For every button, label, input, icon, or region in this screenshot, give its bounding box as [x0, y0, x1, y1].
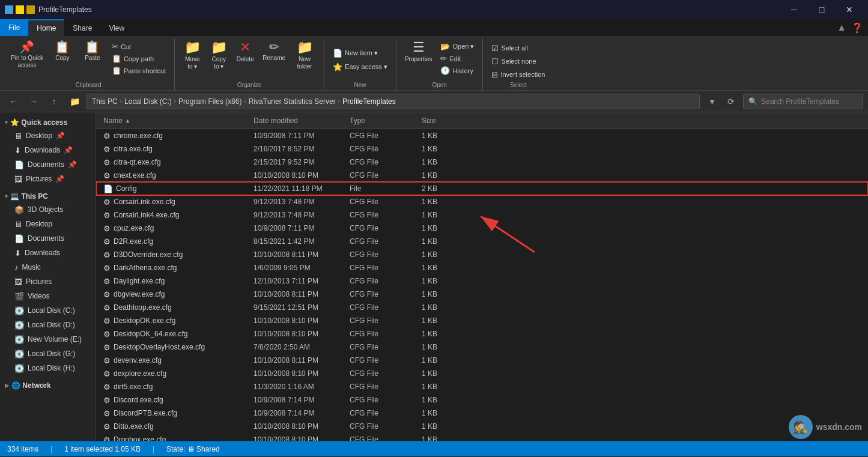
sidebar-item-pictures-pc[interactable]: 🖼 Pictures — [0, 274, 96, 289]
table-row[interactable]: ⚙ D3DOverrider.exe.cfg 10/10/2008 8:11 P… — [96, 248, 868, 261]
minimize-button[interactable]: ─ — [780, 0, 808, 19]
close-button[interactable]: ✕ — [836, 0, 863, 19]
table-row[interactable]: ⚙ Deathloop.exe.cfg 9/15/2021 12:51 PM C… — [96, 301, 868, 314]
col-header-type[interactable]: Type — [345, 112, 417, 129]
sidebar-item-localdisk-g[interactable]: 💽 Local Disk (G:) — [0, 347, 96, 361]
sidebar-item-documents-pc[interactable]: 📄 Documents — [0, 231, 96, 246]
sidebar-item-documents-quick[interactable]: 📄 Documents 📌 — [0, 157, 96, 172]
table-row[interactable]: ⚙ dirt5.exe.cfg 11/3/2020 1:16 AM CFG Fi… — [96, 380, 868, 393]
table-row[interactable]: ⚙ D2R.exe.cfg 8/15/2021 1:42 PM CFG File… — [96, 235, 868, 248]
forward-button[interactable]: → — [25, 94, 42, 109]
easy-access-icon: ⭐ — [333, 62, 342, 71]
open-button[interactable]: 📂 Open ▾ — [437, 41, 478, 52]
tab-file[interactable]: File — [0, 19, 28, 36]
history-button[interactable]: 🕐 History — [437, 65, 478, 76]
cut-button[interactable]: ✂ Cut — [108, 41, 169, 52]
sidebar-item-3dobjects[interactable]: 📦 3D Objects — [0, 202, 96, 217]
edit-button[interactable]: ✏ Edit — [437, 53, 478, 64]
clipboard-label: Clipboard — [76, 82, 102, 90]
help-icon[interactable]: ❓ — [851, 22, 863, 34]
sidebar-item-volume-e[interactable]: 💽 New Volume (E:) — [0, 332, 96, 347]
file-size-cell: 1 KB — [417, 383, 465, 391]
desktop-icon: 🖥 — [14, 132, 22, 141]
select-none-button[interactable]: ☐ Select none — [488, 56, 539, 67]
table-row[interactable]: 📄 Config 11/22/2021 11:18 PM File 2 KB — [96, 182, 868, 195]
documents2-icon: 📄 — [14, 234, 24, 243]
folder-icon-button[interactable]: 📁 — [66, 94, 83, 109]
col-header-date[interactable]: Date modified — [249, 112, 345, 129]
file-date-cell: 9/15/2021 12:51 PM — [249, 303, 345, 312]
col-header-size[interactable]: Size — [417, 112, 465, 129]
quick-access-header[interactable]: ▾ ⭐ Quick access — [0, 115, 96, 129]
sidebar-item-localdisk-c[interactable]: 💽 Local Disk (C:) — [0, 303, 96, 318]
address-path[interactable]: This PC › Local Disk (C:) › Program File… — [86, 94, 700, 109]
edit-icon: ✏ — [440, 54, 447, 63]
table-row[interactable]: ⚙ DesktopOK_64.exe.cfg 10/10/2008 8:10 P… — [96, 327, 868, 340]
sidebar-item-desktop-quick[interactable]: 🖥 Desktop 📌 — [0, 129, 96, 143]
table-row[interactable]: ⚙ DarkAthena.exe.cfg 1/6/2009 9:05 PM CF… — [96, 261, 868, 274]
paste-button[interactable]: 📋 Paste — [78, 38, 107, 64]
ribbon-collapse[interactable]: ▲ — [837, 22, 846, 33]
tab-view[interactable]: View — [100, 19, 133, 36]
table-row[interactable]: ⚙ citra.exe.cfg 2/16/2017 8:52 PM CFG Fi… — [96, 142, 868, 156]
drop-path-button[interactable]: ▾ — [703, 94, 720, 109]
table-row[interactable]: ⚙ Ditto.exe.cfg 10/10/2008 8:10 PM CFG F… — [96, 420, 868, 433]
copy-path-button[interactable]: 📋 Copy path — [108, 53, 169, 64]
sidebar-item-localdisk-d[interactable]: 💽 Local Disk (D:) — [0, 318, 96, 332]
tab-home[interactable]: Home — [28, 19, 64, 36]
desktop2-icon: 🖥 — [14, 220, 22, 229]
sidebar-item-downloads-pc[interactable]: ⬇ Downloads — [0, 246, 96, 260]
file-list[interactable]: ⚙ chrome.exe.cfg 10/9/2008 7:11 PM CFG F… — [96, 129, 868, 441]
table-row[interactable]: ⚙ DesktopOK.exe.cfg 10/10/2008 8:10 PM C… — [96, 314, 868, 327]
properties-button[interactable]: ☰ Properties — [401, 38, 436, 65]
invert-selection-button[interactable]: ⊟ Invert selection — [488, 69, 548, 80]
table-row[interactable]: ⚙ DiscordPTB.exe.cfg 10/9/2008 7:14 PM C… — [96, 407, 868, 420]
tab-share[interactable]: Share — [64, 19, 100, 36]
sidebar-item-desktop-pc[interactable]: 🖥 Desktop — [0, 217, 96, 231]
refresh-button[interactable]: ⟳ — [723, 94, 739, 109]
maximize-button[interactable]: □ — [808, 0, 836, 19]
table-row[interactable]: ⚙ chrome.exe.cfg 10/9/2008 7:11 PM CFG F… — [96, 129, 868, 142]
rename-button[interactable]: ✏ Rename — [259, 38, 289, 64]
thispc-header[interactable]: ▾ 💻 This PC — [0, 189, 96, 202]
table-row[interactable]: ⚙ citra-qt.exe.cfg 2/15/2017 9:52 PM CFG… — [96, 156, 868, 169]
table-row[interactable]: ⚙ devenv.exe.cfg 10/10/2008 8:11 PM CFG … — [96, 354, 868, 367]
copy-button[interactable]: 📋 Copy — [48, 38, 77, 64]
table-row[interactable]: ⚙ dbgview.exe.cfg 10/10/2008 8:11 PM CFG… — [96, 288, 868, 301]
pin-quickaccess-button[interactable]: 📌 Pin to Quickaccess — [7, 38, 47, 71]
sidebar-item-music[interactable]: ♪ Music — [0, 260, 96, 274]
table-row[interactable]: ⚙ cnext.exe.cfg 10/10/2008 8:10 PM CFG F… — [96, 169, 868, 182]
sidebar-item-localdisk-h[interactable]: 💽 Local Disk (H:) — [0, 361, 96, 375]
sidebar-item-pictures-quick[interactable]: 🖼 Pictures 📌 — [0, 172, 96, 186]
table-row[interactable]: ⚙ DesktopOverlayHost.exe.cfg 7/8/2020 2:… — [96, 340, 868, 354]
music-icon: ♪ — [14, 263, 19, 272]
file-size-cell: 1 KB — [417, 198, 465, 206]
up-button[interactable]: ↑ — [46, 94, 62, 109]
file-type-cell: CFG File — [345, 303, 417, 312]
delete-button[interactable]: ✕ Delete — [232, 38, 258, 65]
table-row[interactable]: ⚙ CorsairLink4.exe.cfg 9/12/2013 7:48 PM… — [96, 208, 868, 222]
sidebar-item-downloads-quick[interactable]: ⬇ Downloads 📌 — [0, 143, 96, 157]
table-row[interactable]: ⚙ dexplore.exe.cfg 10/10/2008 8:10 PM CF… — [96, 367, 868, 380]
new-item-button[interactable]: 📄 New item ▾ — [329, 47, 381, 59]
paste-shortcut-button[interactable]: 📋 Paste shortcut — [108, 65, 169, 76]
table-row[interactable]: ⚙ Daylight.exe.cfg 12/10/2013 7:11 PM CF… — [96, 274, 868, 288]
network-header[interactable]: ▶ 🌐 Network — [0, 378, 96, 392]
select-all-button[interactable]: ☑ Select all — [488, 43, 532, 54]
move-to-button[interactable]: 📁 Moveto ▾ — [180, 38, 205, 73]
new-label: New — [354, 82, 366, 90]
table-row[interactable]: ⚙ CorsairLink.exe.cfg 9/12/2013 7:48 PM … — [96, 195, 868, 208]
table-row[interactable]: ⚙ cpuz.exe.cfg 10/9/2008 7:11 PM CFG Fil… — [96, 222, 868, 235]
table-row[interactable]: ⚙ Discord.exe.cfg 10/9/2008 7:14 PM CFG … — [96, 393, 868, 407]
new-folder-button[interactable]: 📁 Newfolder — [290, 38, 319, 73]
search-box[interactable]: 🔍 Search ProfileTemplates — [743, 94, 863, 109]
downloads-label: Downloads — [25, 146, 60, 154]
copy-to-button[interactable]: 📁 Copyto ▾ — [206, 38, 231, 73]
col-header-name[interactable]: Name ▲ — [99, 112, 249, 129]
app-icon-3 — [26, 5, 35, 14]
file-date-cell: 10/10/2008 8:10 PM — [249, 316, 345, 325]
back-button[interactable]: ← — [5, 94, 22, 109]
table-row[interactable]: ⚙ Dropbox.exe.cfg 10/10/2008 8:10 PM CFG… — [96, 433, 868, 441]
sidebar-item-videos[interactable]: 🎬 Videos — [0, 289, 96, 303]
easy-access-button[interactable]: ⭐ Easy access ▾ — [329, 61, 391, 73]
